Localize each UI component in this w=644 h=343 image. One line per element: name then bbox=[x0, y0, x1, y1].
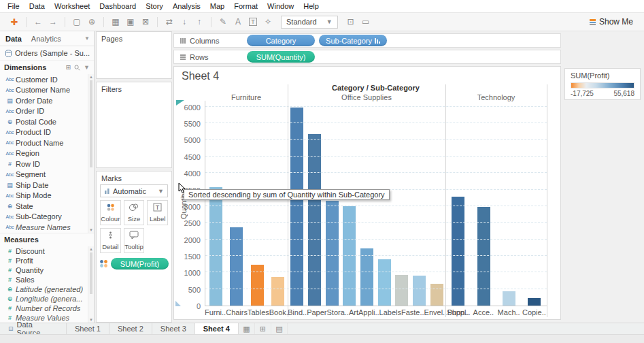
color-legend-card[interactable]: SUM(Profit) -17,725 55,618 bbox=[564, 68, 641, 100]
x-tick-label[interactable]: Furni.. bbox=[205, 308, 226, 316]
menu-item-dashboard[interactable]: Dashboard bbox=[95, 1, 141, 12]
sheet-tab-sheet-3[interactable]: Sheet 3 bbox=[152, 323, 195, 334]
scroll-down-icon[interactable]: ▼ bbox=[88, 227, 94, 233]
clear-sheet-icon[interactable]: ⊠ bbox=[139, 15, 152, 29]
menu-item-analysis[interactable]: Analysis bbox=[168, 1, 205, 12]
size-button[interactable]: Size bbox=[124, 200, 145, 225]
x-tick-label[interactable]: Art bbox=[349, 308, 358, 316]
field-profit[interactable]: #Profit bbox=[0, 256, 94, 265]
menu-item-worksheet[interactable]: Worksheet bbox=[50, 1, 95, 12]
sort-fields-icon[interactable]: ▼ bbox=[84, 64, 90, 71]
x-tick-label[interactable]: Envel.. bbox=[424, 308, 447, 316]
scrollbar[interactable]: ▲▼ bbox=[88, 246, 94, 323]
presentation-mode-icon[interactable]: ▭ bbox=[359, 15, 373, 29]
x-tick-label[interactable]: Mach.. bbox=[498, 308, 520, 316]
bar-stora[interactable] bbox=[326, 201, 339, 306]
new-dashboard-tab-button[interactable]: ⊞ bbox=[255, 323, 271, 334]
scroll-up-icon[interactable]: ▲ bbox=[88, 246, 94, 252]
tab-data[interactable]: Data bbox=[5, 35, 22, 43]
sheet-tab-data-source[interactable]: ⊟Data Source bbox=[0, 323, 67, 334]
show-mark-labels-icon[interactable]: T bbox=[246, 15, 260, 29]
field-ship-date[interactable]: ▤Ship Date bbox=[0, 180, 94, 191]
field-number-of-records[interactable]: #Number of Records bbox=[0, 304, 94, 313]
swap-rows-columns-icon[interactable]: ⇄ bbox=[163, 15, 176, 29]
detail-button[interactable]: Detail bbox=[100, 228, 121, 253]
field-region[interactable]: AbcRegion bbox=[0, 148, 94, 159]
bar-phon[interactable] bbox=[452, 197, 464, 306]
field-segment[interactable]: AbcSegment bbox=[0, 169, 94, 180]
sort-descending-icon[interactable]: ↑ bbox=[192, 15, 206, 29]
show-me-button[interactable]: Show Me bbox=[586, 16, 637, 28]
bar-suppl[interactable] bbox=[430, 284, 443, 306]
menu-item-help[interactable]: Help bbox=[299, 1, 324, 12]
bar-mach[interactable] bbox=[503, 291, 515, 306]
fix-axes-icon[interactable]: ✧ bbox=[261, 15, 275, 29]
scrollbar[interactable]: ▲▼ bbox=[88, 74, 94, 233]
fit-select-icon[interactable]: ⊡ bbox=[344, 15, 358, 29]
x-tick-label[interactable]: Labels bbox=[379, 308, 401, 316]
field-labels-corner-icon[interactable] bbox=[176, 100, 184, 105]
new-worksheet-tab-button[interactable]: ▦ bbox=[239, 323, 255, 334]
x-tick-label[interactable]: Bind.. bbox=[288, 308, 307, 316]
save-icon[interactable]: ▢ bbox=[70, 15, 84, 29]
bar-labels[interactable] bbox=[378, 259, 391, 306]
scroll-up-icon[interactable]: ▲ bbox=[88, 74, 94, 80]
y-axis[interactable]: 0500100015002000250030003500400045005000… bbox=[174, 101, 203, 306]
x-tick-label[interactable]: Acce.. bbox=[473, 308, 494, 316]
bar-paper[interactable] bbox=[308, 134, 321, 306]
columns-shelf[interactable]: Columns CategorySub-Category bbox=[173, 33, 561, 48]
format-icon[interactable]: A bbox=[231, 15, 245, 29]
highlight-icon[interactable]: ✎ bbox=[216, 15, 230, 29]
menu-item-format[interactable]: Format bbox=[229, 1, 262, 12]
x-tick-label[interactable]: Chairs bbox=[226, 308, 248, 316]
field-quantity[interactable]: #Quantity bbox=[0, 265, 94, 275]
pill-sum-profit[interactable]: SUM(Profit) bbox=[111, 258, 169, 270]
x-tick-label[interactable]: Faste.. bbox=[401, 308, 424, 316]
pill-sum-quantity[interactable]: SUM(Quantity) bbox=[247, 51, 315, 63]
field-row-id[interactable]: #Row ID bbox=[0, 159, 94, 169]
x-tick-label[interactable]: Paper bbox=[307, 308, 326, 316]
new-worksheet-icon[interactable]: ▦ bbox=[109, 15, 122, 29]
x-tick-label[interactable]: Tables bbox=[248, 308, 269, 316]
sheet-tab-sheet-1[interactable]: Sheet 1 bbox=[67, 323, 109, 334]
bar-faste[interactable] bbox=[395, 275, 408, 306]
duplicate-sheet-icon[interactable]: ▣ bbox=[124, 15, 137, 29]
menu-item-data[interactable]: Data bbox=[24, 1, 50, 12]
pill-sub-category[interactable]: Sub-Category bbox=[319, 35, 387, 46]
pages-shelf[interactable]: Pages bbox=[96, 31, 172, 79]
field-customer-name[interactable]: AbcCustomer Name bbox=[0, 85, 94, 96]
x-tick-label[interactable]: Copie.. bbox=[522, 308, 546, 316]
field-latitude-generated[interactable]: ⊕Latitude (generated) bbox=[0, 284, 94, 294]
tableau-logo-icon[interactable]: ✚ bbox=[7, 15, 21, 29]
field-sub-category[interactable]: AbcSub-Category bbox=[0, 212, 94, 223]
data-source-item[interactable]: Orders (Sample - Su... bbox=[0, 46, 94, 61]
menu-item-file[interactable]: File bbox=[3, 1, 24, 12]
field-measure-names[interactable]: AbcMeasure Names bbox=[0, 222, 94, 233]
field-discount[interactable]: #Discount bbox=[0, 246, 94, 256]
bar-tables[interactable] bbox=[251, 265, 264, 306]
filters-shelf[interactable]: Filters bbox=[96, 82, 172, 168]
mark-type-select[interactable]: Automatic ▼ bbox=[100, 184, 168, 197]
rows-shelf[interactable]: Rows SUM(Quantity) bbox=[173, 50, 561, 64]
field-order-id[interactable]: AbcOrder ID bbox=[0, 106, 94, 117]
menu-item-window[interactable]: Window bbox=[262, 1, 299, 12]
menu-item-map[interactable]: Map bbox=[205, 1, 229, 12]
field-sales[interactable]: #Sales bbox=[0, 275, 94, 284]
bar-bind[interactable] bbox=[290, 108, 303, 306]
bar-art[interactable] bbox=[343, 206, 356, 306]
field-order-date[interactable]: ▤Order Date bbox=[0, 95, 94, 106]
field-ship-mode[interactable]: AbcShip Mode bbox=[0, 191, 94, 201]
tooltip-button[interactable]: Tooltip bbox=[124, 228, 145, 253]
x-tick-label[interactable]: Phon.. bbox=[447, 308, 469, 316]
new-story-tab-button[interactable]: ▤ bbox=[271, 323, 288, 334]
scrollbar-thumb[interactable] bbox=[90, 80, 92, 167]
menu-item-story[interactable]: Story bbox=[141, 1, 168, 12]
bar-envel[interactable] bbox=[413, 276, 426, 306]
view-options-icon[interactable]: ⊞ bbox=[66, 64, 71, 71]
colour-button[interactable]: Colour bbox=[100, 200, 121, 225]
sort-ascending-icon[interactable]: ↓ bbox=[177, 15, 191, 29]
redo-icon[interactable]: → bbox=[46, 15, 60, 29]
field-postal-code[interactable]: ⊕Postal Code bbox=[0, 116, 94, 127]
field-product-id[interactable]: AbcProduct ID bbox=[0, 127, 94, 138]
bar-copie[interactable] bbox=[528, 298, 541, 306]
